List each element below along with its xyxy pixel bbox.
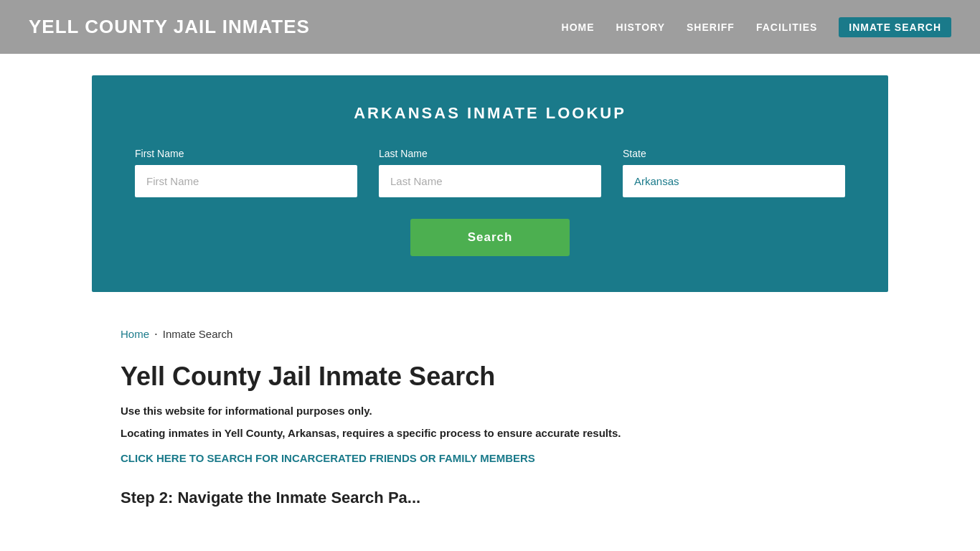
page-title: Yell County Jail Inmate Search (121, 362, 859, 392)
state-input[interactable] (623, 165, 845, 197)
last-name-input[interactable] (379, 165, 601, 197)
first-name-group: First Name (135, 148, 357, 197)
breadcrumb: Home • Inmate Search (121, 328, 859, 340)
breadcrumb-home-link[interactable]: Home (121, 328, 149, 340)
nav-item-home[interactable]: HOME (562, 22, 595, 33)
breadcrumb-separator: • (155, 331, 157, 337)
breadcrumb-current: Inmate Search (163, 328, 233, 340)
form-row: First Name Last Name State (135, 148, 845, 197)
state-label: State (623, 148, 845, 159)
search-section-title: ARKANSAS INMATE LOOKUP (135, 104, 845, 123)
first-name-label: First Name (135, 148, 357, 159)
info-line1: Use this website for informational purpo… (121, 405, 859, 417)
info-line2: Locating inmates in Yell County, Arkansa… (121, 427, 859, 439)
nav-item-history[interactable]: HISTORY (616, 22, 665, 33)
step-heading: Step 2: Navigate the Inmate Search Pa... (121, 489, 859, 507)
click-here-link[interactable]: CLICK HERE to Search for Incarcerated Fr… (121, 452, 535, 464)
search-button[interactable]: Search (410, 219, 570, 256)
nav-item-inmate-search[interactable]: INMATE SEARCH (839, 17, 951, 37)
content-area: Home • Inmate Search Yell County Jail In… (92, 314, 888, 536)
nav-item-facilities[interactable]: FACILITIES (756, 22, 817, 33)
last-name-label: Last Name (379, 148, 601, 159)
first-name-input[interactable] (135, 165, 357, 197)
main-nav: HOME HISTORY SHERIFF FACILITIES INMATE S… (562, 17, 951, 37)
state-group: State (623, 148, 845, 197)
site-title: YELL COUNTY JAIL INMATES (29, 16, 310, 38)
nav-item-sheriff[interactable]: SHERIFF (687, 22, 735, 33)
search-btn-container: Search (135, 219, 845, 256)
search-section: ARKANSAS INMATE LOOKUP First Name Last N… (92, 75, 888, 292)
last-name-group: Last Name (379, 148, 601, 197)
site-header: YELL COUNTY JAIL INMATES HOME HISTORY SH… (0, 0, 980, 54)
